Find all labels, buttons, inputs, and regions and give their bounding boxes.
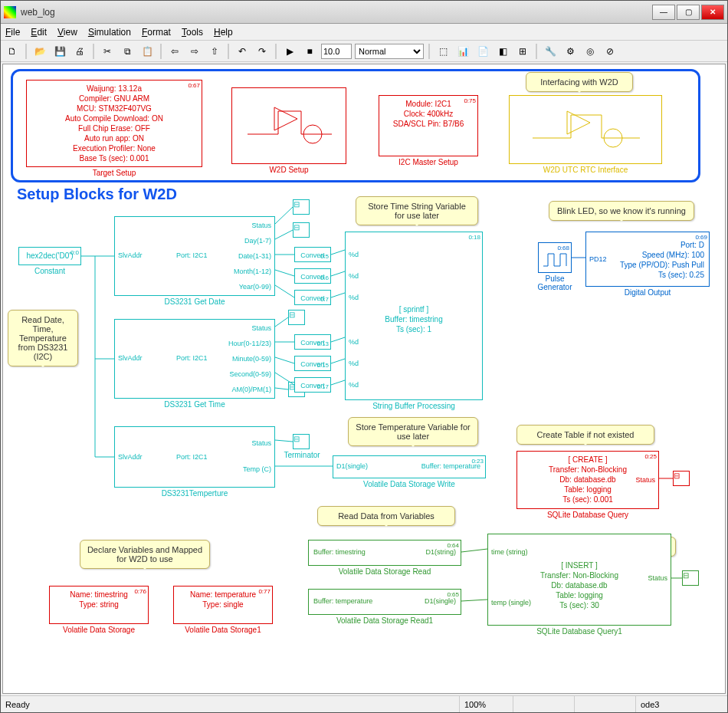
cut-icon[interactable]: ✂: [99, 43, 116, 60]
block-w2d-setup[interactable]: [231, 87, 346, 164]
menu-edit[interactable]: Edit: [31, 27, 47, 38]
menu-view[interactable]: View: [57, 27, 77, 38]
label-vdsr0: Volatile Data Storage Read: [308, 567, 461, 576]
block-sql-insert-term[interactable]: ⊟: [682, 570, 699, 586]
new-icon[interactable]: 🗋: [4, 43, 21, 60]
block-display-1[interactable]: ⊟: [293, 199, 310, 215]
block-convert-3[interactable]: Convert0:13: [294, 334, 331, 350]
block-target-setup[interactable]: 0:67 Waijung: 13.12a Compiler: GNU ARM M…: [26, 80, 202, 167]
menu-help[interactable]: Help: [214, 27, 233, 38]
label-vdswrite: Volatile Data Storage Write: [333, 480, 486, 488]
menubar: File Edit View Simulation Format Tools H…: [1, 24, 727, 41]
maximize-button[interactable]: ▢: [677, 5, 700, 20]
titlebar[interactable]: web_log — ▢ ✕: [1, 1, 727, 24]
label-vdsr1: Volatile Data Storage Read1: [308, 616, 461, 625]
note-read-dtt: Read Date, Time, Temperature from DS3231…: [8, 310, 78, 366]
block-convert-4[interactable]: Convert0:15: [294, 356, 331, 371]
close-button[interactable]: ✕: [701, 5, 724, 20]
note-interfacing: Interfacing with W2D: [526, 72, 633, 92]
play-icon[interactable]: ▶: [281, 43, 298, 60]
paste-icon[interactable]: 📋: [139, 43, 156, 60]
tool-icon-1[interactable]: ⬚: [435, 43, 451, 60]
label-digout: Digital Output: [585, 288, 710, 297]
menu-file[interactable]: File: [5, 27, 20, 38]
copy-icon[interactable]: ⧉: [119, 43, 136, 60]
block-convert-1[interactable]: Convert0:6: [294, 268, 331, 284]
label-strbuf: String Buffer Processing: [345, 402, 483, 410]
back-icon[interactable]: ⇦: [166, 43, 183, 60]
block-i2c-master[interactable]: 0:75 Module: I2C1 Clock: 400kHz SDA/SCL …: [379, 95, 478, 156]
block-constant[interactable]: 0:0 hex2dec('D0'): [18, 247, 81, 265]
undo-icon[interactable]: ↶: [234, 43, 251, 60]
tool-icon-9[interactable]: ⊘: [602, 43, 618, 60]
label-getdate: DS3231 Get Date: [114, 297, 275, 306]
block-display-2[interactable]: ⊟: [293, 222, 310, 238]
label-constant: Constant: [18, 267, 81, 275]
block-gettime[interactable]: SlvAddr Port: I2C1 Status Hour(0-11/23) …: [114, 319, 275, 399]
note-blink: Blink LED, so we know it's running: [549, 201, 694, 221]
label-target: Target Setup: [26, 169, 202, 177]
redo-icon[interactable]: ↷: [254, 43, 271, 60]
label-pulse: Pulse Generator: [529, 274, 581, 291]
print-icon[interactable]: 🖨: [71, 43, 88, 60]
block-getdate[interactable]: SlvAddr Port: I2C1 Status Day(1-7) Date(…: [114, 216, 275, 296]
block-display-3[interactable]: ⊟: [288, 310, 305, 325]
tool-icon-7[interactable]: ⚙: [562, 43, 579, 60]
open-icon[interactable]: 📂: [31, 43, 48, 60]
save-icon[interactable]: 💾: [51, 43, 68, 60]
sim-mode-select[interactable]: Normal: [355, 44, 424, 59]
block-strbuf[interactable]: 0:18 %d %d %d %d %d %d [ sprintf ] Buffe…: [345, 232, 483, 400]
app-icon: [4, 6, 16, 18]
block-w2d-rtc[interactable]: [509, 95, 662, 164]
model-canvas[interactable]: Setup Blocks for W2D Interfacing with W2…: [2, 64, 726, 694]
fwd-icon[interactable]: ⇨: [186, 43, 203, 60]
label-i2c: I2C Master Setup: [379, 158, 478, 166]
label-w2d-setup: W2D Setup: [231, 166, 346, 174]
block-sql-create[interactable]: 0:25 [ CREATE ] Transfer: Non-Blocking D…: [516, 451, 659, 509]
tool-icon-3[interactable]: 📄: [474, 43, 491, 60]
sim-time-input[interactable]: [321, 44, 352, 59]
tool-icon-5[interactable]: ⊞: [514, 43, 531, 60]
label-gettemp: DS3231Temperture: [114, 489, 275, 498]
block-convert-2[interactable]: Convert0:7: [294, 290, 331, 305]
note-store-time: Store Time String Variable for use later: [356, 196, 478, 225]
minimize-button[interactable]: —: [652, 5, 675, 20]
block-vdswrite[interactable]: 0:23 D1(single) Buffer: temperature: [333, 455, 486, 478]
stop-icon[interactable]: ■: [301, 43, 318, 60]
tool-icon-6[interactable]: 🔧: [542, 43, 559, 60]
menu-format[interactable]: Format: [142, 27, 171, 38]
label-gettime: DS3231 Get Time: [114, 400, 275, 409]
status-blank2: [574, 696, 635, 712]
block-terminator[interactable]: ⊟: [293, 434, 310, 449]
block-vdsr0[interactable]: 0:64 Buffer: timestring D1(string): [308, 540, 461, 566]
label-w2d-rtc: W2D UTC RTC Interface: [509, 166, 662, 174]
status-ready: Ready: [1, 696, 459, 712]
block-convert-0[interactable]: Convert0:5: [294, 247, 331, 262]
block-pulse[interactable]: 0:68: [538, 242, 572, 273]
tool-icon-4[interactable]: ◧: [494, 43, 511, 60]
app-window: web_log — ▢ ✕ File Edit View Simulation …: [0, 0, 728, 713]
block-vdsr1[interactable]: 0:65 Buffer: temperature D1(single): [308, 589, 461, 615]
block-gettemp[interactable]: SlvAddr Port: I2C1 Status Temp (C): [114, 426, 275, 488]
status-zoom: 100%: [459, 696, 513, 712]
tool-icon-8[interactable]: ◎: [582, 43, 598, 60]
statusbar: Ready 100% ode3: [1, 695, 727, 712]
block-sql-insert[interactable]: time (string) temp (single) Status [ INS…: [487, 534, 671, 626]
block-sql-create-term[interactable]: ⊟: [673, 471, 690, 486]
note-create-table: Create Table if not existed: [516, 425, 654, 445]
note-store-temp: Store Temperature Variable for use later: [348, 417, 478, 446]
note-declare: Declare Variables and Mapped for W2D to …: [80, 540, 210, 569]
tool-icon-2[interactable]: 📊: [454, 43, 471, 60]
status-solver: ode3: [635, 696, 727, 712]
menu-simulation[interactable]: Simulation: [88, 27, 131, 38]
toolbar: 🗋 📂 💾 🖨 ✂ ⧉ 📋 ⇦ ⇨ ⇧ ↶ ↷ ▶ ■ Normal ⬚ 📊 📄…: [1, 41, 727, 62]
block-digout[interactable]: 0:69 PD12 Port: D Speed (MHz): 100 Type …: [585, 232, 710, 287]
up-icon[interactable]: ⇧: [206, 43, 223, 60]
block-vds0[interactable]: 0:76 Name: timestring Type: string: [49, 586, 149, 624]
block-vds1[interactable]: 0:77 Name: temperature Type: single: [173, 586, 273, 624]
label-sql-insert: SQLite Database Query1: [487, 627, 671, 636]
menu-tools[interactable]: Tools: [182, 27, 203, 38]
label-vds1: Volatile Data Storage1: [173, 626, 273, 634]
block-convert-5[interactable]: Convert0:17: [294, 377, 331, 393]
status-blank1: [513, 696, 574, 712]
